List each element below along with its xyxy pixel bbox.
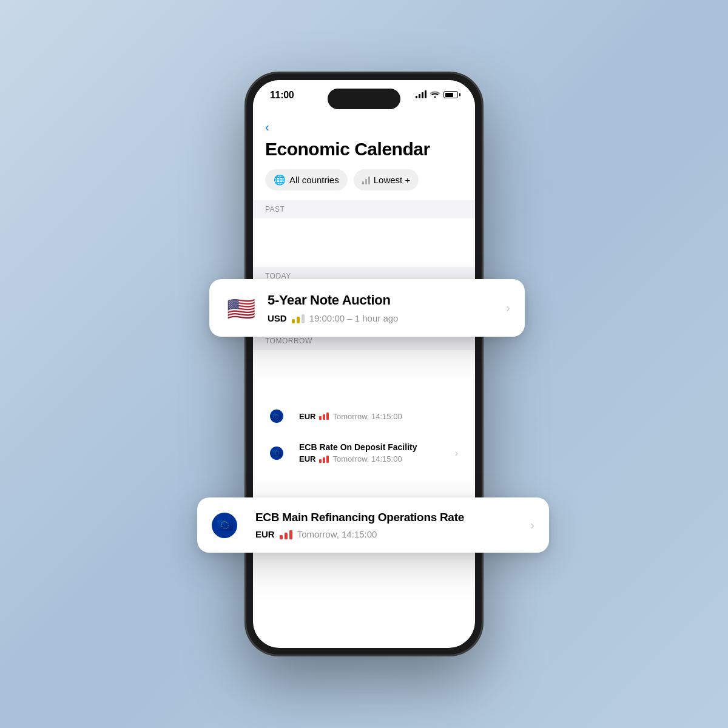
dynamic-island <box>328 89 400 109</box>
filter-countries[interactable]: 🌐 All countries <box>265 169 348 190</box>
filter-row: 🌐 All countries Lowest + <box>253 169 475 200</box>
card-meta-1: USD 19:00:00 – 1 hour ago <box>268 313 496 323</box>
card-chevron-1: › <box>506 301 510 315</box>
card-currency-2: EUR <box>255 529 275 539</box>
card-chevron-2: › <box>530 518 534 532</box>
currency-ecb-2: EUR <box>299 412 315 421</box>
floating-card-2[interactable]: 🇪🇺 ECB Main Refinancing Operations Rate … <box>197 497 549 553</box>
card-info-2: ECB Main Refinancing Operations Rate EUR… <box>255 511 521 539</box>
globe-icon: 🌐 <box>274 174 286 186</box>
app-content: 11:00 <box>253 80 475 648</box>
filter-impact[interactable]: Lowest + <box>354 169 419 190</box>
item-info-ecb-deposit: ECB Rate On Deposit Facility EUR Tomorro… <box>299 442 448 463</box>
item-meta-ecb-2: EUR Tomorrow, 14:15:00 <box>299 412 458 421</box>
status-icons <box>416 90 458 99</box>
item-time-ecb-deposit: Tomorrow, 14:15:00 <box>332 454 402 463</box>
impact-bars-ecb-2 <box>319 413 329 420</box>
item-flag-eur-2: 🇪🇺 <box>270 410 292 423</box>
card-impact-1 <box>292 314 305 323</box>
back-button[interactable]: ‹ <box>253 115 475 136</box>
scroll-content[interactable]: ‹ Economic Calendar 🌐 All countries <box>253 115 475 648</box>
card-flag-eur: 🇪🇺 <box>212 513 246 538</box>
item-title-ecb-deposit: ECB Rate On Deposit Facility <box>299 442 448 452</box>
card-currency-1: USD <box>268 313 287 323</box>
item-meta-ecb-deposit: EUR Tomorrow, 14:15:00 <box>299 454 448 463</box>
card-impact-2 <box>280 530 292 539</box>
impact-bars-ecb-deposit <box>319 456 329 463</box>
phone-screen: 11:00 <box>253 80 475 648</box>
card-title-2: ECB Main Refinancing Operations Rate <box>255 511 521 524</box>
card-time-1: 19:00:00 – 1 hour ago <box>309 313 399 323</box>
card-time-2: Tomorrow, 14:15:00 <box>297 529 377 539</box>
card-title-1: 5-Year Note Auction <box>268 292 496 308</box>
bars-icon <box>362 176 370 184</box>
calendar-item-ecb-deposit[interactable]: 🇪🇺 ECB Rate On Deposit Facility EUR Tomo… <box>260 434 468 472</box>
chevron-ecb-deposit: › <box>455 448 458 459</box>
signal-icon <box>416 91 426 98</box>
phone-wrapper: 11:00 <box>246 73 482 655</box>
filter-countries-label: All countries <box>289 175 339 185</box>
page-title: Economic Calendar <box>253 136 475 169</box>
item-time-ecb-2: Tomorrow, 14:15:00 <box>332 412 402 421</box>
section-label-past: PAST <box>253 200 475 218</box>
filter-impact-label: Lowest + <box>374 175 410 185</box>
card-flag-us: 🇺🇸 <box>224 294 258 323</box>
calendar-item-ecb-rate-bg[interactable]: 🇪🇺 EUR Tomorrow, 14:15:00 <box>260 401 468 431</box>
currency-ecb-deposit: EUR <box>299 454 315 463</box>
battery-icon <box>443 91 458 98</box>
item-flag-eur-3: 🇪🇺 <box>270 447 292 460</box>
status-time: 11:00 <box>270 90 294 101</box>
wifi-icon <box>430 90 440 99</box>
floating-card-1[interactable]: 🇺🇸 5-Year Note Auction USD 19:00:00 – 1 … <box>209 279 525 337</box>
us-flag-icon: 🇺🇸 <box>227 296 255 322</box>
card-meta-2: EUR Tomorrow, 14:15:00 <box>255 529 521 539</box>
item-info-ecb-2: EUR Tomorrow, 14:15:00 <box>299 412 458 421</box>
card-info-1: 5-Year Note Auction USD 19:00:00 – 1 hou… <box>268 292 496 323</box>
